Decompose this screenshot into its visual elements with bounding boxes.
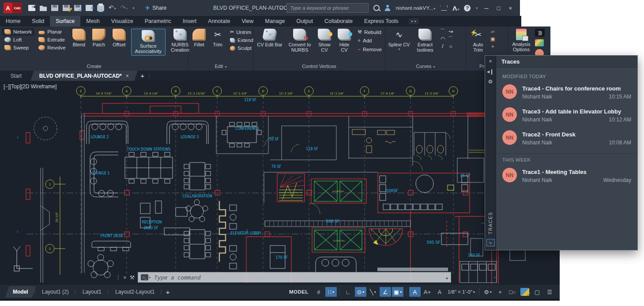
line-icon[interactable]: / [440, 44, 445, 49]
help-icon[interactable]: ? [464, 5, 471, 11]
export-button[interactable] [86, 5, 93, 11]
trace-item-trace2[interactable]: NNTrace2 - Front DeskNishant Naik10:08 A… [502, 130, 631, 146]
command-recent-icon[interactable]: >_ [141, 274, 148, 280]
extend-button[interactable]: Extend [228, 37, 255, 43]
command-history-up-icon[interactable]: ▴ [446, 275, 448, 280]
drawing-canvas[interactable]: [−][Top][2D Wireframe] ZABCDEFGH14'-0 7/… [0, 81, 560, 285]
panel-caption-edit[interactable]: Edit ▾ [188, 63, 253, 71]
share-button[interactable]: ✈Share [145, 4, 167, 11]
clean-screen-toggle[interactable]: ▢ [531, 287, 543, 297]
command-customize-wrench-icon[interactable]: ⚒ [130, 274, 135, 281]
project-view-icon[interactable]: ▣ [490, 36, 495, 42]
ortho-mode-toggle[interactable]: ∟ [343, 287, 354, 297]
object-snap-tracking-toggle[interactable]: ∠ [380, 287, 391, 297]
untrim-button[interactable]: ✂Untrim [228, 29, 255, 35]
save-as-button[interactable] [63, 5, 70, 11]
revolve-button[interactable]: Revolve [37, 45, 68, 51]
layout-tab-layout2-layout1[interactable]: Layout2-Layout1 [108, 286, 162, 298]
help-dropdown[interactable]: ▾ [476, 6, 478, 10]
viewport-controls[interactable]: [−][Top][2D Wireframe] [4, 83, 56, 90]
ribbon-tab-output[interactable]: Output [290, 16, 319, 26]
polar-tracking-toggle[interactable]: ⊙▾ [355, 287, 366, 297]
curvature-analysis-icon[interactable] [535, 39, 544, 46]
command-line[interactable]: ⋮ × ⚒ >_ ▾ Type a command ▴ [116, 272, 451, 283]
ribbon-overflow-button[interactable]: ▪▾ [409, 18, 419, 24]
command-grip-icon[interactable]: ⋮ [116, 274, 121, 280]
undo-button[interactable]: ↶▾ [109, 4, 116, 12]
grid-display-toggle[interactable]: # [313, 287, 324, 297]
object-snap-toggle[interactable]: ▣▾ [392, 287, 403, 297]
ribbon-tab-express-tools[interactable]: Express Tools [358, 16, 404, 26]
layout-tab-layout1[interactable]: Layout1 [75, 286, 109, 298]
new-drawing-tab-button[interactable]: + [136, 71, 149, 81]
panel-caption-create[interactable]: Create [0, 63, 188, 71]
sweep-button[interactable]: Sweep [3, 45, 34, 51]
zebra-analysis-icon[interactable]: ))) [535, 29, 545, 37]
nurbs-creation-toggle[interactable]: NURBS Creation [169, 29, 192, 53]
palette-close-icon[interactable]: × [489, 58, 492, 64]
ribbon-tab-insert[interactable]: Insert [177, 16, 202, 26]
cv-edit-bar-button[interactable]: CV Edit Bar [256, 29, 283, 47]
patch-button[interactable]: Patch [90, 29, 107, 47]
draft-angle-analysis-icon[interactable] [535, 49, 544, 55]
trace-item-trace4[interactable]: NNTrace4 - Chairs for conference roomNis… [502, 84, 631, 100]
floor-plan[interactable]: ZABCDEFGH14'-0 7/16"13'-4 1/4"15'-3 13/1… [0, 81, 560, 285]
maximize-button[interactable]: □ [495, 5, 502, 11]
layout-tab-layout1-2[interactable]: Layout1 (2) [34, 286, 76, 298]
status-menu-button[interactable]: ☰ [544, 287, 555, 297]
model-space-badge[interactable]: MODEL [289, 289, 309, 295]
ribbon-tab-visualize[interactable]: Visualize [105, 16, 139, 26]
extract-isolines-button[interactable]: Extract Isolines [413, 29, 437, 53]
ribbon-tab-mesh[interactable]: Mesh [80, 16, 105, 26]
workspace-switching[interactable]: ⚙▾ [482, 287, 493, 297]
offset-curve-icon[interactable]: ↝ [448, 29, 453, 34]
trace-item-trace3[interactable]: NNTrace3 - Add table in Elevator LobbyNi… [502, 107, 631, 123]
offset-button[interactable]: Offset [110, 29, 128, 47]
new-file-button[interactable] [28, 5, 35, 11]
remove-cv-button[interactable]: −Remove [356, 46, 384, 53]
ribbon-tab-parametric[interactable]: Parametric [139, 16, 177, 26]
batch-save-button[interactable] [74, 5, 81, 11]
blend-curve-icon[interactable]: ⌒ [440, 29, 445, 34]
project-ucs-icon[interactable]: ▱ [490, 29, 495, 34]
graphics-performance-toggle[interactable] [519, 287, 531, 297]
tab-current-drawing[interactable]: BLVD OFFICE_PLAN-AUTOCAD*× [31, 71, 138, 81]
fillet-button[interactable]: Fillet [191, 29, 207, 47]
loft-button[interactable]: Loft [3, 37, 34, 43]
horizontal-scrollbar-thumb[interactable] [377, 268, 448, 271]
customization-button[interactable]: + [494, 287, 506, 297]
panel-caption-control-vertices[interactable]: Control Vertices [253, 63, 385, 71]
isolate-objects-toggle[interactable]: □○ [507, 287, 518, 297]
convert-to-nurbs-button[interactable]: Convert to NURBS [286, 29, 313, 53]
palette-autohide-icon[interactable]: ◂❙ [487, 68, 494, 75]
snap-mode-toggle[interactable]: ∷▾ [325, 287, 337, 297]
new-layout-button[interactable]: + [162, 288, 174, 296]
network-button[interactable]: Network [3, 29, 34, 35]
close-button[interactable]: × [507, 5, 514, 11]
ribbon-tab-home[interactable]: Home [0, 16, 26, 26]
spline-cv-button[interactable]: ∿Spline CV▾ [388, 29, 410, 51]
open-file-button[interactable] [40, 5, 47, 11]
spline-knot-icon[interactable]: ◠ [440, 36, 445, 42]
annotation-autoscale-toggle[interactable]: A+ [422, 287, 433, 297]
autocad-logo-icon[interactable]: A CAD [4, 3, 22, 13]
command-close-icon[interactable]: × [123, 274, 127, 281]
panel-caption-curves[interactable]: Curves ▾ [385, 63, 466, 71]
project-vector-icon[interactable]: + [490, 44, 495, 49]
search-caret-icon[interactable]: ▸ [279, 6, 282, 11]
analysis-options-button[interactable]: AnalysisOptions [511, 29, 532, 53]
layout-tab-model[interactable]: Model [5, 286, 36, 298]
plot-button[interactable] [97, 5, 104, 11]
surface-associativity-toggle[interactable]: Surface Associativity [131, 29, 166, 56]
auto-trim-button[interactable]: ✂Auto Trim [469, 29, 487, 53]
tab-start[interactable]: Start [2, 71, 30, 81]
planar-button[interactable]: Planar [37, 29, 68, 35]
signed-in-user[interactable]: nishant.naikVY...▾ [395, 5, 435, 11]
palette-properties-gear-icon[interactable]: ⚙ [488, 79, 493, 85]
ribbon-tab-annotate[interactable]: Annotate [202, 16, 236, 26]
redo-button[interactable]: ↷▾ [121, 4, 128, 12]
isometric-drafting-toggle[interactable]: ╲▾ [367, 287, 379, 297]
extrude-button[interactable]: Extrude [37, 37, 68, 43]
ribbon-tab-surface[interactable]: Surface [50, 16, 80, 26]
hide-cv-button[interactable]: Hide CV [336, 29, 353, 53]
